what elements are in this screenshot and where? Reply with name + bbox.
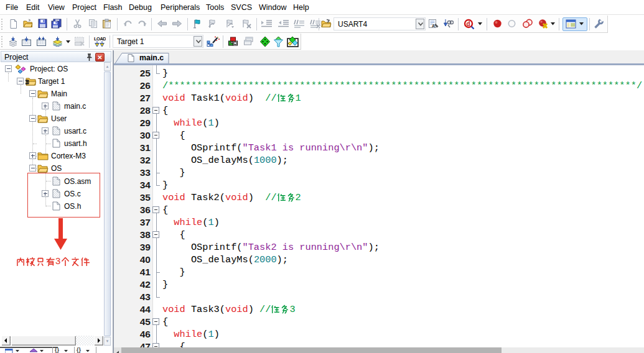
svg-text:A: A bbox=[432, 24, 435, 28]
svg-text:LOAD: LOAD bbox=[94, 36, 106, 42]
svg-text:d: d bbox=[467, 21, 470, 27]
